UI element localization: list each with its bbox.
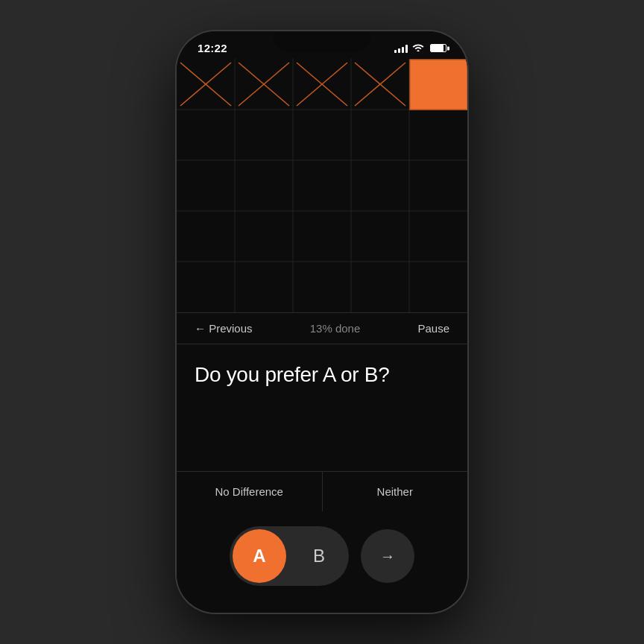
battery-icon: [430, 44, 446, 52]
pattern-svg: [177, 59, 467, 312]
phone-screen: 12:22: [177, 31, 467, 613]
neither-button[interactable]: Neither: [323, 472, 468, 511]
question-text: Do you prefer A or B?: [195, 362, 449, 388]
options-area: No Difference Neither: [177, 471, 467, 511]
spacer: [177, 400, 467, 471]
status-icons: [394, 42, 446, 54]
phone-device: 12:22: [177, 31, 467, 613]
svg-rect-8: [410, 60, 467, 110]
question-area: Do you prefer A or B?: [177, 344, 467, 400]
phone-notch: [274, 31, 370, 52]
ab-choice-pill: A B: [230, 526, 349, 586]
choice-b-button[interactable]: B: [292, 529, 346, 583]
choice-a-button[interactable]: A: [233, 529, 286, 583]
wifi-icon: [412, 42, 424, 54]
no-difference-button[interactable]: No Difference: [177, 472, 323, 511]
signal-icon: [394, 44, 408, 53]
progress-label: 13% done: [310, 322, 361, 335]
pause-button[interactable]: Pause: [417, 322, 449, 335]
next-button[interactable]: →: [361, 529, 414, 583]
previous-button[interactable]: ← Previous: [195, 322, 253, 335]
pattern-grid-area: [177, 59, 467, 312]
choice-area: A B →: [177, 511, 467, 613]
status-time: 12:22: [198, 42, 227, 54]
nav-bar: ← Previous 13% done Pause: [177, 312, 467, 344]
